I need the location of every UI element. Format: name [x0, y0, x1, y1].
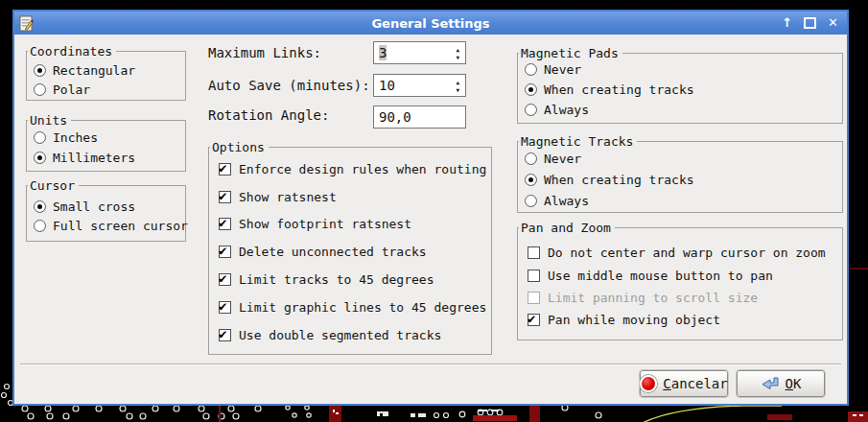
- dialog-content: Coordinates Rectangular Polar Units Inch…: [14, 35, 847, 404]
- cancel-button[interactable]: Cancelar: [640, 370, 728, 397]
- radio-magtracks-when-creating-tracks[interactable]: When creating tracks: [518, 169, 842, 190]
- ok-button[interactable]: OK: [737, 370, 825, 397]
- spin-down-icon[interactable]: ▼: [456, 55, 459, 59]
- radio-magpads-always[interactable]: Always: [518, 100, 842, 120]
- maximum-links-label: Maximum Links:: [208, 45, 321, 61]
- magnetic-pads-group: Magnetic Pads Never When creating tracks…: [517, 53, 843, 124]
- rollup-icon[interactable]: ↑: [782, 16, 792, 30]
- magnetic-tracks-group: Magnetic Tracks Never When creating trac…: [517, 141, 843, 213]
- spin-up-icon[interactable]: ▲: [456, 47, 459, 52]
- checkbox-icon[interactable]: [219, 301, 231, 314]
- checkbox-limit-panning: Limit panning to scroll size: [518, 287, 842, 309]
- coordinates-group: Coordinates Rectangular Polar: [26, 51, 186, 101]
- radio-button-icon[interactable]: [525, 174, 537, 186]
- auto-save-spinner[interactable]: 10 ▲ ▼: [373, 74, 466, 97]
- checkbox-pan-while-moving[interactable]: Pan while moving object: [518, 309, 842, 331]
- radio-polar[interactable]: Polar: [27, 80, 185, 99]
- options-group-label: Options: [210, 139, 269, 155]
- units-group-label: Units: [28, 112, 71, 129]
- cursor-group: Cursor Small cross Full screen cursor: [26, 185, 186, 242]
- units-group: Units Inches Millimeters: [26, 120, 186, 172]
- close-icon[interactable]: ✕: [828, 16, 838, 30]
- radio-button-icon[interactable]: [34, 83, 46, 96]
- cancel-stop-icon: [640, 375, 657, 392]
- checkbox-middle-mouse-pan[interactable]: Use middle mouse button to pan: [518, 264, 842, 286]
- checkbox-limit-graphic-lines-45[interactable]: Limit graphic lines to 45 degrees: [209, 293, 491, 321]
- cursor-group-label: Cursor: [28, 177, 79, 194]
- maximize-icon[interactable]: [804, 17, 816, 29]
- checkbox-icon[interactable]: [219, 329, 231, 341]
- radio-button-icon[interactable]: [525, 152, 537, 165]
- radio-magtracks-always[interactable]: Always: [518, 190, 842, 211]
- window-title: General Settings: [14, 16, 847, 31]
- general-settings-dialog: General Settings ↑ ✕ Coordinates Rectang…: [12, 10, 849, 406]
- checkbox-show-footprint-ratsnest[interactable]: Show footprint ratsnest: [209, 211, 491, 239]
- checkbox-enforce-design-rules[interactable]: Enforce design rules when routing: [209, 155, 491, 183]
- coordinates-group-label: Coordinates: [28, 43, 116, 59]
- radio-button-icon[interactable]: [34, 200, 46, 213]
- checkbox-icon[interactable]: [528, 314, 540, 326]
- checkbox-delete-unconnected-tracks[interactable]: Delete unconnected tracks: [209, 238, 491, 266]
- radio-magpads-when-creating-tracks[interactable]: When creating tracks: [518, 80, 842, 100]
- radio-button-icon[interactable]: [525, 63, 537, 76]
- checkbox-show-ratsnest[interactable]: Show ratsnest: [209, 183, 491, 211]
- maximum-links-spinner[interactable]: 3 ▲ ▼: [373, 41, 466, 64]
- ok-enter-arrow-icon: [761, 377, 780, 391]
- radio-small-cross[interactable]: Small cross: [27, 197, 185, 216]
- radio-button-icon[interactable]: [34, 64, 46, 77]
- pan-and-zoom-group: Pan and Zoom Do not center and warp curs…: [517, 227, 843, 340]
- radio-button-icon[interactable]: [34, 131, 46, 144]
- radio-button-icon[interactable]: [525, 104, 537, 116]
- checkbox-no-center-warp-cursor[interactable]: Do not center and warp cursor on zoom: [518, 242, 842, 264]
- radio-millimeters[interactable]: Millimeters: [27, 148, 185, 168]
- checkbox-icon[interactable]: [219, 218, 231, 230]
- magnetic-pads-group-label: Magnetic Pads: [519, 45, 622, 61]
- magnetic-tracks-group-label: Magnetic Tracks: [519, 133, 637, 150]
- pcbnew-app-icon: [18, 15, 35, 32]
- radio-magtracks-never[interactable]: Never: [518, 148, 842, 169]
- rotation-angle-input[interactable]: 90,0: [373, 106, 466, 129]
- spin-up-icon[interactable]: ▲: [456, 80, 459, 84]
- titlebar[interactable]: General Settings ↑ ✕: [14, 12, 847, 35]
- checkbox-icon[interactable]: [219, 163, 231, 176]
- radio-button-icon[interactable]: [34, 152, 46, 164]
- pan-and-zoom-group-label: Pan and Zoom: [519, 220, 615, 236]
- checkbox-icon[interactable]: [528, 246, 540, 259]
- checkbox-double-segmented-tracks[interactable]: Use double segmented tracks: [209, 321, 491, 349]
- radio-magpads-never[interactable]: Never: [518, 59, 842, 80]
- radio-button-icon[interactable]: [525, 195, 537, 207]
- radio-full-screen-cursor[interactable]: Full screen cursor: [27, 216, 185, 235]
- spin-down-icon[interactable]: ▼: [456, 87, 459, 92]
- checkbox-icon[interactable]: [219, 273, 231, 286]
- radio-button-icon[interactable]: [34, 220, 46, 232]
- checkbox-icon[interactable]: [528, 270, 540, 282]
- checkbox-icon[interactable]: [219, 246, 231, 258]
- rotation-angle-label: Rotation Angle:: [208, 107, 329, 124]
- auto-save-label: Auto Save (minutes):: [208, 78, 370, 94]
- radio-rectangular[interactable]: Rectangular: [27, 60, 185, 80]
- checkbox-limit-tracks-45[interactable]: Limit tracks to 45 degrees: [209, 266, 491, 293]
- footer-separator: [20, 363, 841, 365]
- options-group: Options Enforce design rules when routin…: [208, 147, 492, 355]
- checkbox-icon: [528, 292, 540, 304]
- radio-inches[interactable]: Inches: [27, 128, 185, 148]
- checkbox-icon[interactable]: [219, 191, 231, 203]
- radio-button-icon[interactable]: [525, 83, 537, 96]
